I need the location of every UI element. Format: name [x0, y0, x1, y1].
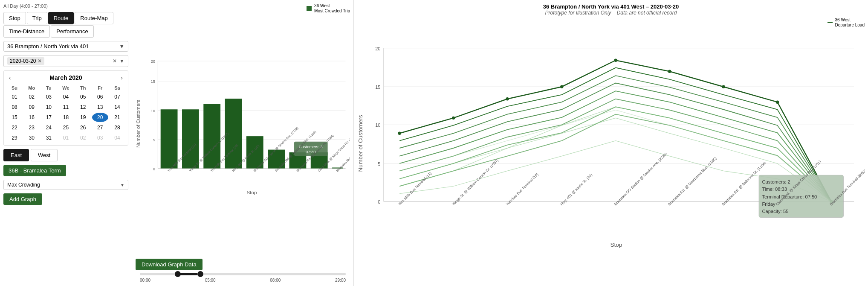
- crowding-chevron-icon: ▼: [120, 183, 124, 187]
- line-chart-header: 36 Brampton / North York via 401 West – …: [357, 3, 865, 16]
- date-tag: 2020-03-20 ✕: [7, 57, 44, 65]
- svg-text:0: 0: [378, 199, 380, 204]
- bar-legend-label: 36 West Most Crowded Trip: [314, 3, 350, 14]
- cal-day-10[interactable]: 10: [41, 102, 57, 112]
- line-dot-5: [614, 59, 617, 62]
- cal-day-08[interactable]: 08: [6, 102, 23, 112]
- bar-y-axis-label: Number of Customers: [136, 99, 141, 148]
- calendar-grid: Su Mo Tu We Th Fr Sa 01 02 03 04 05 06 0…: [6, 85, 125, 143]
- date-input-icons: ✕ ▼: [113, 58, 124, 64]
- cal-day-25[interactable]: 25: [58, 123, 74, 132]
- line-dot-6: [668, 70, 671, 73]
- calendar: ‹ March 2020 › Su Mo Tu We Th Fr Sa 01 0…: [3, 70, 128, 146]
- clear-icon[interactable]: ✕: [113, 58, 117, 64]
- cal-day-14[interactable]: 14: [109, 102, 125, 112]
- cal-day-15[interactable]: 15: [6, 113, 23, 122]
- cal-day-27[interactable]: 27: [92, 123, 108, 132]
- cal-day-11[interactable]: 11: [58, 102, 74, 112]
- date-input[interactable]: 2020-03-20 ✕ ✕ ▼: [3, 55, 128, 67]
- cal-day-19[interactable]: 19: [75, 113, 91, 122]
- bar-chart-wrapper: Number of Customers 0 5 10 15 20: [136, 15, 350, 256]
- bar-3[interactable]: [203, 104, 220, 169]
- slider-label-00: 00:00: [140, 278, 150, 283]
- calendar-prev[interactable]: ‹: [6, 73, 14, 82]
- cal-day-18[interactable]: 18: [58, 113, 74, 122]
- cal-day-apr04[interactable]: 04: [109, 133, 125, 143]
- cal-day-26[interactable]: 26: [75, 123, 91, 132]
- cal-header-mo: Mo: [23, 85, 40, 91]
- tab-stop[interactable]: Stop: [3, 12, 26, 24]
- tab-time-distance[interactable]: Time-Distance: [3, 25, 50, 38]
- bar-2[interactable]: [182, 109, 199, 168]
- line-tooltip-time: Time: 08:33: [762, 187, 787, 192]
- tab-performance[interactable]: Performance: [51, 25, 93, 38]
- cal-day-01[interactable]: 01: [6, 92, 23, 102]
- line-chart-title: 36 Brampton / North York via 401 West – …: [357, 3, 865, 10]
- line-dot-7: [722, 85, 725, 88]
- tab-trip[interactable]: Trip: [27, 12, 47, 24]
- bar-1[interactable]: [161, 109, 178, 168]
- svg-text:Yorkdale Bus Terminal (19): Yorkdale Bus Terminal (19): [505, 172, 539, 206]
- cal-day-21[interactable]: 21: [109, 113, 125, 122]
- cal-day-17[interactable]: 17: [41, 113, 57, 122]
- direction-east[interactable]: East: [3, 149, 29, 161]
- direction-west[interactable]: West: [31, 149, 58, 161]
- add-graph-button[interactable]: Add Graph: [3, 193, 42, 205]
- slider-thumb-right[interactable]: [197, 271, 203, 277]
- cal-day-apr03[interactable]: 03: [92, 133, 108, 143]
- slider-track[interactable]: [140, 273, 346, 275]
- date-tag-remove[interactable]: ✕: [38, 58, 42, 64]
- cal-day-23[interactable]: 23: [23, 123, 40, 132]
- calendar-header: ‹ March 2020 ›: [6, 73, 125, 82]
- cal-day-04[interactable]: 04: [58, 92, 74, 102]
- cal-day-24[interactable]: 24: [41, 123, 57, 132]
- cal-day-30[interactable]: 30: [23, 133, 40, 143]
- cal-day-09[interactable]: 09: [23, 102, 40, 112]
- cal-day-05[interactable]: 05: [75, 92, 91, 102]
- calendar-title: March 2020: [49, 74, 82, 81]
- svg-text:5: 5: [378, 161, 380, 166]
- cal-day-apr01[interactable]: 01: [58, 133, 74, 143]
- route-selector[interactable]: 36 Brampton / North York via 401 ▼: [3, 41, 128, 52]
- line-chart-svg: Number of Customers 0 5 10 15 20: [357, 29, 865, 257]
- cal-day-28[interactable]: 28: [109, 123, 125, 132]
- tab-route[interactable]: Route: [48, 12, 74, 24]
- svg-text:10: 10: [151, 108, 155, 113]
- calendar-next[interactable]: ›: [118, 73, 125, 82]
- cal-day-29[interactable]: 29: [6, 133, 23, 143]
- cal-day-12[interactable]: 12: [75, 102, 91, 112]
- slider-label-29: 29:00: [335, 278, 346, 283]
- chevron-down-icon[interactable]: ▼: [119, 58, 124, 64]
- legend-color-box: [307, 6, 312, 11]
- cal-day-22[interactable]: 22: [6, 123, 23, 132]
- cal-header-fr: Fr: [92, 85, 108, 91]
- svg-text:0: 0: [153, 166, 155, 171]
- cal-day-03[interactable]: 03: [41, 92, 57, 102]
- line-tooltip-capacity: Capacity: 55: [762, 209, 789, 214]
- line-legend-color: [827, 22, 833, 23]
- cal-header-th: Th: [75, 85, 91, 91]
- cal-day-20[interactable]: 20: [92, 113, 108, 122]
- download-graph-button[interactable]: Download Graph Data: [136, 259, 203, 270]
- line-x-axis-label: Stop: [610, 242, 622, 248]
- svg-text:Yonge St. @ William Carson Cr.: Yonge St. @ William Carson Cr. (1657): [451, 158, 499, 206]
- time-slider[interactable]: 00:00 05:00 08:00 29:00: [136, 273, 350, 283]
- crowding-label: Max Crowding: [7, 182, 40, 188]
- cal-day-apr02[interactable]: 02: [75, 133, 91, 143]
- svg-text:20: 20: [151, 59, 155, 64]
- cal-day-13[interactable]: 13: [92, 102, 108, 112]
- tab-route-map[interactable]: Route-Map: [75, 12, 113, 24]
- cal-day-06[interactable]: 06: [92, 92, 108, 102]
- cal-day-07[interactable]: 07: [109, 92, 125, 102]
- slider-labels: 00:00 05:00 08:00 29:00: [140, 278, 346, 283]
- cal-day-16[interactable]: 16: [23, 113, 40, 122]
- svg-text:20: 20: [375, 46, 380, 51]
- crowding-selector[interactable]: Max Crowding ▼: [3, 180, 128, 190]
- svg-text:10: 10: [375, 123, 380, 128]
- slider-thumb-left[interactable]: [175, 271, 181, 277]
- line-dot-8: [776, 100, 779, 103]
- cal-day-31[interactable]: 31: [41, 133, 57, 143]
- cal-day-02[interactable]: 02: [23, 92, 40, 102]
- line-tooltip-day: Friday: [762, 201, 775, 207]
- line-legend-label: 36 West Departure Load: [835, 18, 865, 28]
